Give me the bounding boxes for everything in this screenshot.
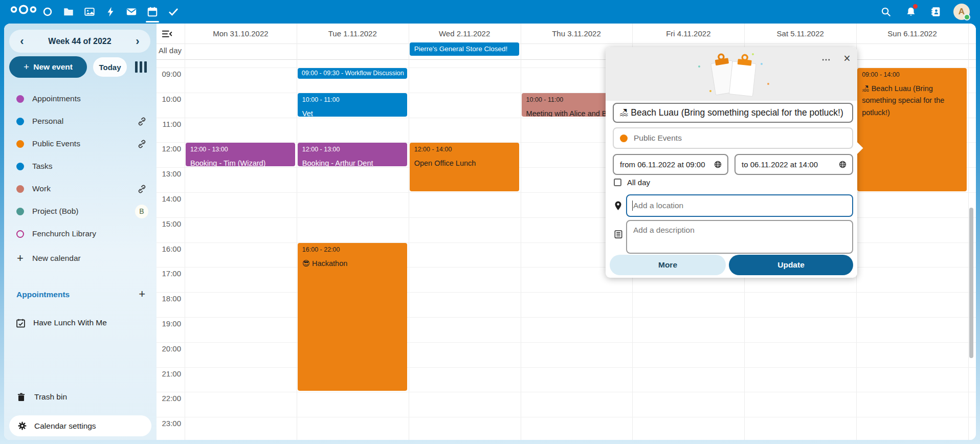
- calendar-picker[interactable]: Public Events: [613, 127, 853, 149]
- hour-label: 09:00: [157, 70, 181, 78]
- calendar-list: AppointmentsPersonalPublic EventsTasksWo…: [4, 87, 157, 245]
- all-day-checkbox[interactable]: All day: [614, 177, 650, 187]
- notifications-bell-icon[interactable]: [905, 6, 917, 18]
- calendar-event[interactable]: 09:00 - 09:30 - Workflow Discussion: [298, 68, 407, 79]
- close-icon[interactable]: ×: [840, 51, 854, 65]
- app-icon-mail[interactable]: [125, 6, 138, 18]
- more-actions-icon[interactable]: [819, 53, 833, 66]
- all-day-event[interactable]: Pierre's General Store Closed!: [410, 42, 519, 56]
- calendar-settings-button[interactable]: Calendar settings: [9, 415, 151, 436]
- sidebar-calendar-personal[interactable]: Personal: [4, 110, 157, 132]
- app-icon-calendar[interactable]: [146, 6, 159, 18]
- next-week-button[interactable]: ›: [132, 31, 143, 52]
- calendar-event[interactable]: 12:00 - 13:00Booking - Tim (Wizard): [186, 143, 295, 166]
- column-divider: [297, 24, 297, 440]
- trash-bin-button[interactable]: Trash bin: [4, 386, 157, 408]
- column-divider: [521, 24, 521, 440]
- calendar-event[interactable]: 12:00 - 13:00Booking - Arthur Dent: [298, 143, 407, 166]
- plus-icon: +: [24, 61, 29, 73]
- calendar-color-dot: [16, 118, 24, 125]
- contacts-icon[interactable]: [930, 6, 942, 18]
- calendar-event[interactable]: 10:00 - 11:00Vet: [298, 93, 407, 117]
- calendar-name: Project (Bob): [32, 207, 78, 216]
- collapse-sidebar-icon[interactable]: [162, 30, 173, 39]
- new-event-label: New event: [33, 62, 73, 72]
- view-mode-columns-icon[interactable]: [135, 61, 149, 73]
- checkbox-box[interactable]: [614, 179, 621, 186]
- hour-label: 19:00: [157, 319, 181, 328]
- location-placeholder: Add a location: [633, 201, 683, 210]
- vertical-scrollbar[interactable]: [969, 208, 973, 358]
- sidebar-calendar-fenchurch-library[interactable]: Fenchurch Library: [4, 223, 157, 245]
- new-calendar-label: New calendar: [32, 254, 81, 263]
- all-day-label: All day: [159, 46, 184, 55]
- previous-week-button[interactable]: ‹: [16, 31, 28, 52]
- app-icon-dashboard[interactable]: [41, 6, 54, 18]
- day-header: Sat 5.11.2022: [744, 24, 856, 43]
- calendar-event[interactable]: 12:00 - 14:00Open Office Lunch: [410, 143, 519, 191]
- hour-label: 20:00: [157, 344, 181, 353]
- hour-gridline: [157, 342, 976, 343]
- timezone-globe-icon[interactable]: [714, 160, 722, 169]
- sidebar-calendar-appointments[interactable]: Appointments: [4, 87, 157, 110]
- calendar-name: Tasks: [32, 162, 53, 171]
- app-icon-activity[interactable]: [104, 6, 117, 18]
- hour-label: 15:00: [157, 219, 181, 228]
- shared-link-icon[interactable]: [135, 182, 148, 195]
- nextcloud-logo-icon[interactable]: [9, 4, 38, 19]
- today-button[interactable]: Today: [93, 57, 127, 77]
- active-app-indicator: [146, 21, 159, 23]
- hour-label: 13:00: [157, 169, 181, 178]
- appointment-config-item[interactable]: Have Lunch With Me: [4, 312, 157, 334]
- hour-label: 23:00: [157, 419, 181, 428]
- app-icon-photos[interactable]: [83, 6, 96, 18]
- column-divider: [968, 24, 969, 440]
- timezone-globe-icon[interactable]: [838, 160, 847, 169]
- search-icon[interactable]: [880, 6, 892, 18]
- column-divider: [409, 24, 409, 440]
- shared-link-icon[interactable]: [135, 115, 148, 128]
- sidebar-calendar-tasks[interactable]: Tasks: [4, 155, 157, 177]
- event-title-input[interactable]: 🏖 Beach Luau (Bring something special fo…: [613, 103, 853, 123]
- shared-link-icon[interactable]: [135, 137, 148, 150]
- shared-with-avatar: B: [135, 205, 148, 218]
- event-title: 🏖 Beach Luau (Bring something special fo…: [857, 78, 967, 119]
- calendar-color-dot: [16, 185, 24, 193]
- day-header: Thu 3.11.2022: [521, 24, 633, 43]
- calendar-color-dot: [16, 208, 24, 215]
- end-datetime-value: to 06.11.2022 at 14:00: [742, 160, 838, 169]
- gear-icon: [17, 421, 27, 431]
- app-icon-files[interactable]: [62, 6, 75, 18]
- update-button[interactable]: Update: [729, 255, 853, 275]
- notification-badge: [913, 4, 918, 9]
- calendar-event[interactable]: 09:00 - 14:00🏖 Beach Luau (Bring somethi…: [857, 68, 967, 191]
- location-pin-icon: [613, 200, 623, 211]
- appointments-section-heading: Appointments: [16, 288, 144, 301]
- hour-label: 12:00: [157, 144, 181, 153]
- top-navigation-bar: A: [0, 0, 980, 24]
- add-appointment-config-button[interactable]: +: [139, 287, 145, 301]
- hour-label: 14:00: [157, 194, 181, 203]
- trash-icon: [16, 392, 26, 402]
- calendar-event[interactable]: 16:00 - 22:00😎 Hackathon: [298, 243, 407, 391]
- sidebar-calendar-work[interactable]: Work: [4, 177, 157, 200]
- sidebar-calendar-public-events[interactable]: Public Events: [4, 132, 157, 155]
- new-event-button[interactable]: + New event: [9, 56, 87, 78]
- hour-label: 11:00: [157, 120, 181, 128]
- calendar-name: Appointments: [32, 94, 81, 103]
- description-input[interactable]: Add a description: [626, 220, 853, 254]
- app-icon-tasks[interactable]: [167, 6, 180, 18]
- more-button[interactable]: More: [610, 255, 726, 275]
- end-datetime-field[interactable]: to 06.11.2022 at 14:00: [734, 154, 853, 175]
- app-content-panel: ‹ Week 44 of 2022 › + New event Today Ap…: [4, 24, 976, 440]
- start-datetime-field[interactable]: from 06.11.2022 at 09:00: [613, 154, 728, 175]
- new-calendar-button[interactable]: + New calendar: [4, 247, 157, 270]
- hour-label: 17:00: [157, 269, 181, 278]
- hour-gridline: [157, 417, 976, 417]
- calendar-color-dot: [16, 230, 24, 238]
- sidebar-calendar-project-bob-[interactable]: Project (Bob)B: [4, 200, 157, 223]
- hour-label: 22:00: [157, 394, 181, 403]
- location-input[interactable]: Add a location: [626, 194, 853, 217]
- nextcloud-calendar-app: A ‹ Week 44 of 2022 › + New event Today …: [0, 0, 980, 444]
- start-datetime-value: from 06.11.2022 at 09:00: [620, 160, 714, 169]
